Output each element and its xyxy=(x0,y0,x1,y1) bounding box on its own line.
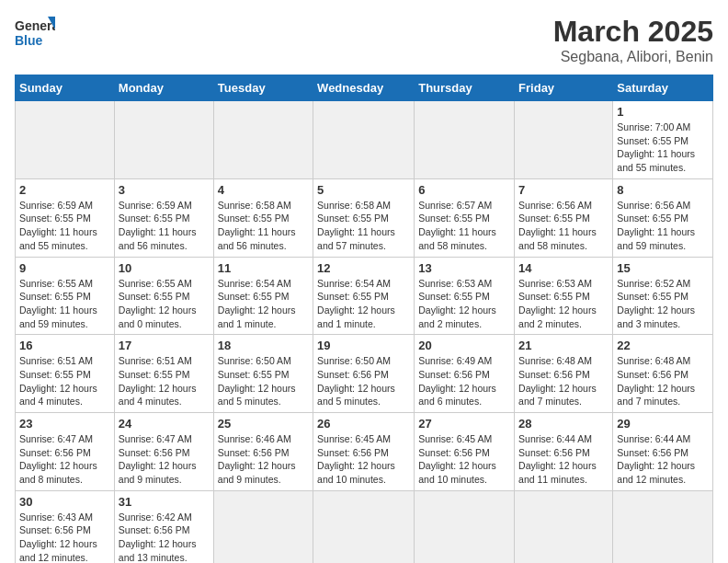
day-cell: 12Sunrise: 6:54 AMSunset: 6:55 PMDayligh… xyxy=(313,257,415,335)
day-cell: 2Sunrise: 6:59 AMSunset: 6:55 PMDaylight… xyxy=(16,178,115,257)
day-cell xyxy=(415,101,515,179)
week-row-6: 30Sunrise: 6:43 AMSunset: 6:56 PMDayligh… xyxy=(16,490,713,563)
day-info: Sunrise: 6:54 AMSunset: 6:55 PMDaylight:… xyxy=(317,277,410,331)
day-cell: 15Sunrise: 6:52 AMSunset: 6:55 PMDayligh… xyxy=(613,257,713,335)
day-number: 13 xyxy=(418,261,510,275)
day-cell: 25Sunrise: 6:46 AMSunset: 6:56 PMDayligh… xyxy=(213,413,313,491)
day-info: Sunrise: 6:51 AMSunset: 6:55 PMDaylight:… xyxy=(119,354,210,408)
day-cell xyxy=(313,490,415,563)
day-number: 28 xyxy=(518,417,609,431)
day-number: 29 xyxy=(617,417,709,431)
day-cell: 29Sunrise: 6:44 AMSunset: 6:56 PMDayligh… xyxy=(613,413,713,491)
day-cell xyxy=(313,101,415,179)
day-cell xyxy=(515,490,613,563)
day-info: Sunrise: 6:49 AMSunset: 6:56 PMDaylight:… xyxy=(418,354,510,408)
day-cell: 3Sunrise: 6:59 AMSunset: 6:55 PMDaylight… xyxy=(114,178,213,257)
day-info: Sunrise: 6:50 AMSunset: 6:55 PMDaylight:… xyxy=(218,354,309,408)
day-cell: 21Sunrise: 6:48 AMSunset: 6:56 PMDayligh… xyxy=(515,335,613,413)
day-cell: 23Sunrise: 6:47 AMSunset: 6:56 PMDayligh… xyxy=(16,413,115,491)
day-info: Sunrise: 6:56 AMSunset: 6:55 PMDaylight:… xyxy=(617,199,709,253)
day-number: 7 xyxy=(518,183,609,197)
day-cell: 8Sunrise: 6:56 AMSunset: 6:55 PMDaylight… xyxy=(613,178,713,257)
day-cell: 11Sunrise: 6:54 AMSunset: 6:55 PMDayligh… xyxy=(213,257,313,335)
day-cell xyxy=(213,101,313,179)
weekday-saturday: Saturday xyxy=(613,75,713,101)
day-cell: 5Sunrise: 6:58 AMSunset: 6:55 PMDaylight… xyxy=(313,178,415,257)
day-cell: 4Sunrise: 6:58 AMSunset: 6:55 PMDaylight… xyxy=(213,178,313,257)
day-number: 11 xyxy=(218,261,309,275)
page-header: General Blue March 2025 Segbana, Alibori… xyxy=(15,15,713,65)
day-cell xyxy=(415,490,515,563)
day-cell: 17Sunrise: 6:51 AMSunset: 6:55 PMDayligh… xyxy=(114,335,213,413)
week-row-1: 1Sunrise: 7:00 AMSunset: 6:55 PMDaylight… xyxy=(16,101,713,179)
day-cell xyxy=(613,490,713,563)
weekday-sunday: Sunday xyxy=(16,75,115,101)
day-number: 19 xyxy=(317,339,410,352)
day-cell: 7Sunrise: 6:56 AMSunset: 6:55 PMDaylight… xyxy=(515,178,613,257)
day-info: Sunrise: 6:45 AMSunset: 6:56 PMDaylight:… xyxy=(317,432,410,487)
day-cell xyxy=(515,101,613,179)
day-number: 6 xyxy=(418,183,510,197)
day-number: 24 xyxy=(119,417,210,431)
day-cell: 10Sunrise: 6:55 AMSunset: 6:55 PMDayligh… xyxy=(114,257,213,335)
logo: General Blue xyxy=(15,15,55,52)
day-number: 25 xyxy=(218,417,309,431)
day-info: Sunrise: 6:58 AMSunset: 6:55 PMDaylight:… xyxy=(317,199,410,253)
svg-text:General: General xyxy=(15,18,55,33)
day-cell: 14Sunrise: 6:53 AMSunset: 6:55 PMDayligh… xyxy=(515,257,613,335)
day-info: Sunrise: 6:59 AMSunset: 6:55 PMDaylight:… xyxy=(19,199,110,253)
day-info: Sunrise: 6:45 AMSunset: 6:56 PMDaylight:… xyxy=(418,432,510,487)
day-number: 16 xyxy=(19,339,110,352)
day-cell: 31Sunrise: 6:42 AMSunset: 6:56 PMDayligh… xyxy=(114,490,213,563)
day-cell: 22Sunrise: 6:48 AMSunset: 6:56 PMDayligh… xyxy=(613,335,713,413)
weekday-header-row: SundayMondayTuesdayWednesdayThursdayFrid… xyxy=(16,75,713,101)
day-info: Sunrise: 6:48 AMSunset: 6:56 PMDaylight:… xyxy=(617,354,709,408)
weekday-friday: Friday xyxy=(515,75,613,101)
weekday-thursday: Thursday xyxy=(415,75,515,101)
day-info: Sunrise: 6:47 AMSunset: 6:56 PMDaylight:… xyxy=(19,432,110,487)
weekday-monday: Monday xyxy=(114,75,213,101)
week-row-4: 16Sunrise: 6:51 AMSunset: 6:55 PMDayligh… xyxy=(16,335,713,413)
day-number: 26 xyxy=(317,417,410,431)
day-number: 9 xyxy=(19,261,110,275)
day-number: 23 xyxy=(19,417,110,431)
day-info: Sunrise: 6:42 AMSunset: 6:56 PMDaylight:… xyxy=(119,511,210,563)
day-cell: 30Sunrise: 6:43 AMSunset: 6:56 PMDayligh… xyxy=(16,490,115,563)
day-number: 15 xyxy=(617,261,709,275)
day-cell: 20Sunrise: 6:49 AMSunset: 6:56 PMDayligh… xyxy=(415,335,515,413)
day-number: 31 xyxy=(119,495,210,509)
day-info: Sunrise: 6:43 AMSunset: 6:56 PMDaylight:… xyxy=(19,511,110,563)
week-row-3: 9Sunrise: 6:55 AMSunset: 6:55 PMDaylight… xyxy=(16,257,713,335)
day-info: Sunrise: 6:48 AMSunset: 6:56 PMDaylight:… xyxy=(518,354,609,408)
week-row-2: 2Sunrise: 6:59 AMSunset: 6:55 PMDaylight… xyxy=(16,178,713,257)
day-cell: 27Sunrise: 6:45 AMSunset: 6:56 PMDayligh… xyxy=(415,413,515,491)
day-number: 14 xyxy=(518,261,609,275)
day-info: Sunrise: 6:53 AMSunset: 6:55 PMDaylight:… xyxy=(418,277,510,331)
day-info: Sunrise: 6:46 AMSunset: 6:56 PMDaylight:… xyxy=(218,432,309,487)
day-cell: 16Sunrise: 6:51 AMSunset: 6:55 PMDayligh… xyxy=(16,335,115,413)
day-info: Sunrise: 6:44 AMSunset: 6:56 PMDaylight:… xyxy=(518,432,609,487)
day-number: 4 xyxy=(218,183,309,197)
calendar-subtitle: Segbana, Alibori, Benin xyxy=(553,49,713,65)
day-number: 1 xyxy=(617,105,709,119)
day-number: 17 xyxy=(119,339,210,352)
calendar-table: SundayMondayTuesdayWednesdayThursdayFrid… xyxy=(15,75,713,563)
day-cell: 28Sunrise: 6:44 AMSunset: 6:56 PMDayligh… xyxy=(515,413,613,491)
day-cell: 6Sunrise: 6:57 AMSunset: 6:55 PMDaylight… xyxy=(415,178,515,257)
day-info: Sunrise: 6:54 AMSunset: 6:55 PMDaylight:… xyxy=(218,277,309,331)
day-info: Sunrise: 6:52 AMSunset: 6:55 PMDaylight:… xyxy=(617,277,709,331)
day-cell: 13Sunrise: 6:53 AMSunset: 6:55 PMDayligh… xyxy=(415,257,515,335)
logo-svg: General Blue xyxy=(15,15,55,52)
day-cell xyxy=(213,490,313,563)
svg-text:Blue: Blue xyxy=(15,33,43,48)
day-info: Sunrise: 6:53 AMSunset: 6:55 PMDaylight:… xyxy=(518,277,609,331)
day-number: 30 xyxy=(19,495,110,509)
day-info: Sunrise: 6:55 AMSunset: 6:55 PMDaylight:… xyxy=(119,277,210,331)
day-number: 22 xyxy=(617,339,709,352)
day-cell: 18Sunrise: 6:50 AMSunset: 6:55 PMDayligh… xyxy=(213,335,313,413)
day-info: Sunrise: 6:55 AMSunset: 6:55 PMDaylight:… xyxy=(19,277,110,331)
day-info: Sunrise: 6:56 AMSunset: 6:55 PMDaylight:… xyxy=(518,199,609,253)
day-number: 18 xyxy=(218,339,309,352)
day-number: 21 xyxy=(518,339,609,352)
day-info: Sunrise: 6:47 AMSunset: 6:56 PMDaylight:… xyxy=(119,432,210,487)
